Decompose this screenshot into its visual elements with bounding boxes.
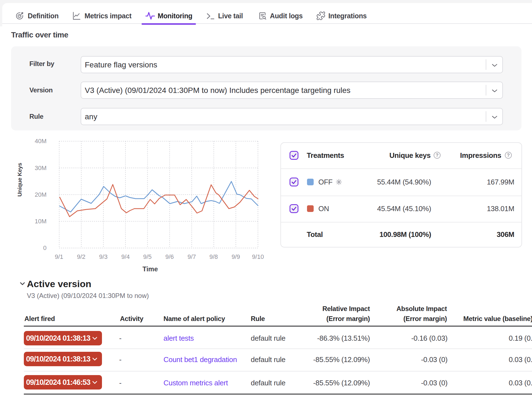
svg-text:Time: Time — [142, 265, 158, 273]
svg-text:9/4: 9/4 — [121, 253, 130, 260]
svg-text:0: 0 — [43, 244, 47, 251]
svg-text:9/5: 9/5 — [143, 253, 152, 260]
svg-text:9/6: 9/6 — [165, 253, 174, 260]
svg-text:9/10: 9/10 — [252, 253, 264, 260]
svg-text:10M: 10M — [35, 218, 47, 225]
svg-text:9/3: 9/3 — [99, 253, 108, 260]
svg-text:9/1: 9/1 — [55, 253, 63, 260]
svg-text:20M: 20M — [35, 191, 47, 198]
svg-text:Unique Keys: Unique Keys — [16, 163, 23, 197]
svg-text:30M: 30M — [35, 165, 47, 171]
svg-text:9/9: 9/9 — [232, 253, 240, 260]
svg-text:9/8: 9/8 — [209, 253, 218, 260]
svg-text:40M: 40M — [35, 138, 47, 145]
svg-text:9/2: 9/2 — [77, 253, 86, 260]
svg-text:9/7: 9/7 — [188, 253, 196, 260]
